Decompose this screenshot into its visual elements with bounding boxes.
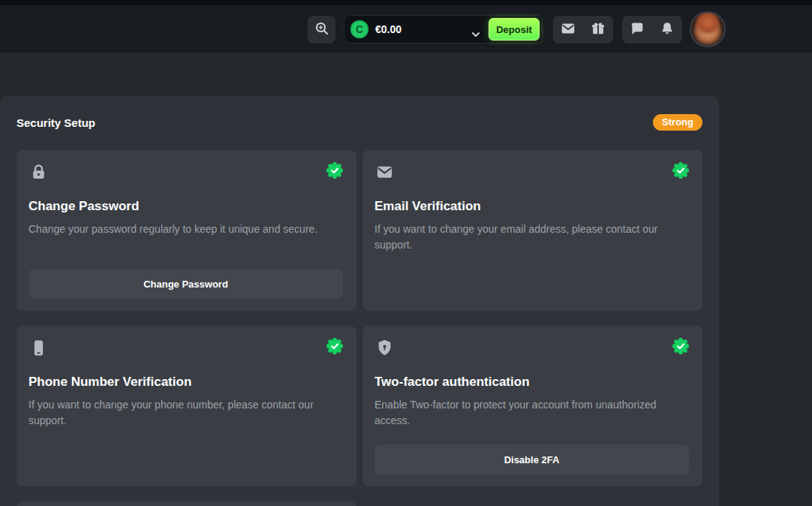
gift-button[interactable] [583, 16, 613, 44]
card-description: Change your password regularly to keep i… [29, 221, 343, 237]
card-description: Enable Two-factor to protect your accoun… [374, 397, 689, 429]
chat-icon [629, 20, 645, 39]
wallet-dropdown[interactable]: C €0.00 Deposit [344, 15, 543, 44]
card-email-verification: Email Verification If you want to change… [362, 150, 702, 311]
card-two-factor: Two-factor authentication Enable Two-fac… [362, 326, 702, 486]
search-plus-icon [314, 20, 330, 39]
verified-check-icon [326, 162, 343, 182]
card-partial [17, 501, 356, 506]
chat-button[interactable] [622, 16, 652, 44]
verified-check-icon [672, 162, 689, 182]
page-title: Security Setup [17, 116, 95, 129]
card-title: Two-factor authentication [374, 375, 689, 390]
verified-check-icon [672, 338, 689, 357]
change-password-button[interactable]: Change Password [29, 269, 343, 299]
security-cards-grid: Change Password Change your password reg… [17, 150, 702, 506]
card-description: If you want to change your phone number,… [29, 397, 343, 429]
security-panel: Security Setup Strong [0, 96, 719, 506]
mail-gift-group [553, 16, 613, 44]
phone-icon [29, 338, 49, 361]
coin-icon: C [350, 20, 368, 38]
password-strength-badge: Strong [653, 114, 702, 131]
security-page: C €0.00 Deposit [0, 0, 812, 506]
panel-header: Security Setup Strong [0, 96, 719, 131]
card-title: Email Verification [374, 199, 689, 214]
card-change-password: Change Password Change your password reg… [17, 150, 356, 311]
verified-check-icon [326, 338, 343, 357]
search-button[interactable] [308, 16, 335, 44]
topbar: C €0.00 Deposit [0, 0, 812, 53]
card-title: Change Password [29, 199, 343, 214]
lock-icon [29, 162, 49, 185]
card-phone-verification: Phone Number Verification If you want to… [17, 326, 356, 486]
gift-icon [590, 20, 606, 39]
card-description: If you want to change your email address… [374, 221, 689, 253]
mail-icon [560, 20, 576, 39]
card-title: Phone Number Verification [29, 375, 343, 390]
mail-button[interactable] [553, 16, 583, 44]
avatar[interactable] [690, 11, 726, 47]
notifications-button[interactable] [652, 16, 682, 44]
envelope-icon [374, 162, 395, 185]
bell-icon [659, 20, 675, 39]
deposit-button[interactable]: Deposit [489, 18, 540, 41]
chat-bell-group [622, 16, 682, 44]
chevron-down-icon [471, 27, 480, 41]
shield-lock-icon [374, 338, 395, 361]
wallet-balance: €0.00 [375, 23, 401, 35]
disable-2fa-button[interactable]: Disable 2FA [374, 444, 689, 474]
